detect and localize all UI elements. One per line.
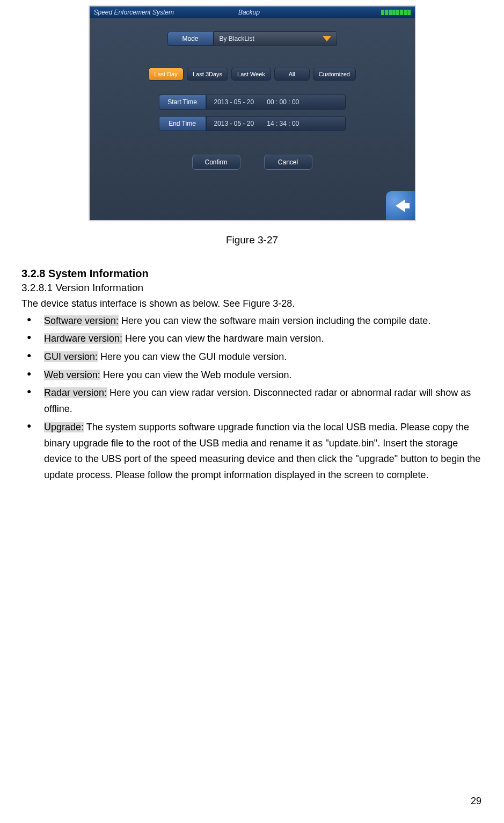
- end-date: 2013 - 05 - 20: [214, 120, 254, 127]
- list-text: Here you can view the Web module version…: [100, 370, 292, 380]
- list-text: Here you can view the GUI module version…: [98, 351, 287, 362]
- backup-screenshot: Speed Enforcement System Backup Mode By …: [89, 5, 416, 221]
- highlight: Radar version:: [44, 387, 107, 398]
- range-last-day-button[interactable]: Last Day: [148, 68, 184, 81]
- app-title-bar: Speed Enforcement System Backup: [90, 6, 415, 18]
- list-item: GUI version: Here you can view the GUI m…: [44, 349, 483, 365]
- range-all-button[interactable]: All: [274, 68, 310, 81]
- mode-label: Mode: [167, 32, 214, 46]
- highlight: Hardware version:: [44, 333, 122, 344]
- start-time: 00 : 00 : 00: [267, 98, 299, 106]
- page-number: 29: [471, 796, 481, 807]
- bullet-list: Software version: Here you can view the …: [21, 313, 483, 483]
- range-customized-button[interactable]: Customized: [313, 68, 356, 81]
- subsection-heading: 3.2.8.1 Version Information: [21, 282, 483, 294]
- figure-block: Speed Enforcement System Backup Mode By …: [21, 5, 483, 246]
- range-last-week-button[interactable]: Last Week: [231, 68, 271, 81]
- highlight: Software version:: [44, 315, 119, 326]
- highlight: Web version:: [44, 370, 100, 380]
- list-item: Software version: Here you can view the …: [44, 313, 483, 329]
- confirm-button[interactable]: Confirm: [192, 155, 240, 170]
- end-time-field[interactable]: 2013 - 05 - 20 14 : 34 : 00: [206, 116, 346, 131]
- range-last-3days-button[interactable]: Last 3Days: [187, 68, 228, 81]
- mode-value: By BlackList: [220, 35, 254, 42]
- end-time: 14 : 34 : 00: [267, 120, 299, 127]
- list-item: Web version: Here you can view the Web m…: [44, 367, 483, 384]
- list-text: Here you can view the hardware main vers…: [122, 333, 324, 344]
- section-heading: 3.2.8 System Information: [21, 268, 483, 280]
- battery-icon: [381, 10, 411, 15]
- highlight: GUI version:: [44, 351, 98, 362]
- back-arrow-icon: [396, 199, 405, 212]
- start-time-label: Start Time: [159, 95, 206, 110]
- dropdown-arrow-icon: [323, 36, 331, 41]
- list-text: Here you can view the software main vers…: [119, 315, 430, 326]
- start-time-field[interactable]: 2013 - 05 - 20 00 : 00 : 00: [206, 95, 346, 110]
- mode-select[interactable]: By BlackList: [214, 31, 337, 46]
- app-title: Speed Enforcement System: [94, 9, 174, 16]
- page-tab: Backup: [238, 9, 260, 16]
- back-button[interactable]: [386, 191, 415, 220]
- intro-text: The device status interface is shown as …: [21, 296, 483, 312]
- figure-caption: Figure 3-27: [21, 234, 483, 246]
- list-text: Here you can view radar version. Disconn…: [44, 387, 471, 414]
- highlight: Upgrade:: [44, 422, 84, 432]
- cancel-button[interactable]: Cancel: [264, 155, 312, 170]
- end-time-label: End Time: [159, 116, 206, 131]
- range-buttons: Last Day Last 3Days Last Week All Custom…: [111, 68, 393, 81]
- list-item: Hardware version: Here you can view the …: [44, 331, 483, 347]
- list-item: Radar version: Here you can view radar v…: [44, 385, 483, 417]
- start-date: 2013 - 05 - 20: [214, 98, 254, 106]
- list-item: Upgrade: The system supports software up…: [44, 420, 483, 483]
- list-text: The system supports software upgrade fun…: [44, 422, 480, 480]
